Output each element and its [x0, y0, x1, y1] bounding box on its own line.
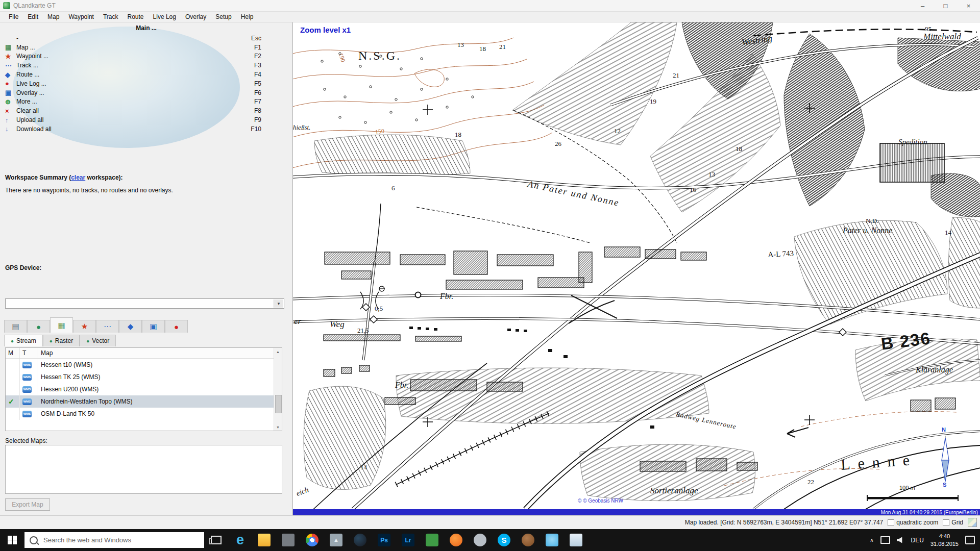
menu-item[interactable]: Help	[236, 12, 258, 21]
action-shortcut: Esc	[251, 35, 261, 42]
menu-bar: File Edit Map Waypoint Track Route Live …	[0, 12, 980, 22]
table-row[interactable]: WMS Hessen t10 (WMS)	[6, 359, 275, 371]
action-label: Route ...	[16, 71, 254, 78]
source-tab[interactable]: ● Vector	[80, 335, 116, 346]
app-icon-steam[interactable]	[348, 529, 372, 551]
scroll-up-icon[interactable]: ▲	[274, 348, 282, 355]
action-label: Overlay ...	[16, 89, 254, 96]
app-icon-photoshop[interactable]: Ps	[372, 529, 396, 551]
taskbar-search[interactable]	[24, 532, 204, 548]
scrollbar-thumb[interactable]	[275, 395, 282, 413]
menu-item[interactable]: File	[4, 12, 23, 21]
table-row[interactable]: WMS Hessen TK 25 (WMS)	[6, 371, 275, 383]
language-indicator[interactable]: DEU	[911, 537, 924, 544]
minimize-button[interactable]: –	[911, 0, 934, 11]
tab-globe-icon[interactable]: ●	[27, 320, 50, 333]
sidebar-action[interactable]: ⋯ Track ... F3	[0, 61, 280, 70]
app-icon-edge[interactable]: e	[228, 529, 252, 551]
tab-map-icon[interactable]: ▦	[50, 317, 73, 333]
globe-icon: ●	[86, 338, 89, 344]
app-icon-lightroom[interactable]: Lr	[396, 529, 420, 551]
chevron-down-icon[interactable]: ▾	[274, 299, 283, 308]
source-tab[interactable]: ● Stream	[4, 335, 43, 346]
task-view-button[interactable]	[204, 529, 228, 551]
tab-overlay-icon[interactable]: ▣	[142, 320, 165, 333]
notification-center-icon[interactable]	[965, 536, 975, 544]
menu-item[interactable]: Overlay	[181, 12, 211, 21]
volume-icon[interactable]	[897, 537, 904, 543]
search-input[interactable]	[42, 536, 192, 544]
spot-height-label: 14	[360, 463, 367, 471]
tab-livelog-icon[interactable]: ●	[165, 320, 188, 333]
app-icon-brown-app[interactable]	[516, 529, 540, 551]
menu-item[interactable]: Track	[99, 12, 123, 21]
app-icon-photos[interactable]: ▲	[324, 529, 348, 551]
sidebar-action[interactable]: ↑ Upload all F9	[0, 115, 280, 124]
action-label: Live Log ...	[16, 80, 254, 87]
app-icon-store[interactable]	[276, 529, 300, 551]
table-row[interactable]: WMS OSM D-Land TK 50	[6, 408, 275, 420]
taskbar-clock[interactable]: 4:40 31.08.2015	[930, 533, 959, 547]
app-icon-file-explorer[interactable]	[252, 529, 276, 551]
app-icon-audio-app[interactable]	[444, 529, 468, 551]
action-icon: ▦	[5, 43, 16, 51]
gps-device-select[interactable]: ▾	[5, 298, 284, 309]
sidebar-action[interactable]: - Esc	[0, 34, 280, 43]
tray-chevron-icon[interactable]: ∧	[870, 537, 873, 543]
sidebar-action[interactable]: ▦ Map ... F1	[0, 43, 280, 52]
tab-waypoint-icon[interactable]: ★	[73, 320, 96, 333]
spot-height-label: 21	[499, 43, 506, 51]
menu-item[interactable]: Waypoint	[64, 12, 99, 21]
action-shortcut: F4	[254, 71, 261, 78]
menu-item[interactable]: Edit	[23, 12, 43, 21]
map-label-pater-u-nonne: Pater u. Nonne	[843, 226, 892, 235]
app-icon-green-app[interactable]	[420, 529, 444, 551]
action-shortcut: F2	[254, 53, 261, 60]
table-row-selected[interactable]: ✓ WMS Nordrhein-Westfalen Topo (WMS)	[6, 395, 275, 408]
menu-item[interactable]: Live Log	[149, 12, 181, 21]
table-scrollbar[interactable]: ▲ ▼	[274, 348, 282, 431]
network-icon[interactable]	[880, 536, 890, 544]
quadratic-zoom-checkbox[interactable]	[888, 519, 894, 526]
clear-workspace-link[interactable]: clear	[71, 174, 85, 181]
tab-all-icon[interactable]: ▤	[4, 320, 27, 333]
sidebar-action[interactable]: ↓ Download all F10	[0, 124, 280, 134]
menu-item[interactable]: Setup	[211, 12, 236, 21]
map-label-contour-150: 150	[375, 127, 385, 136]
sidebar-action[interactable]: × Clear all F8	[0, 106, 280, 115]
clock-date: 31.08.2015	[930, 540, 959, 547]
action-shortcut: F8	[254, 107, 261, 114]
tab-track-icon[interactable]: ⋯	[96, 320, 119, 333]
table-row[interactable]: WMS Hessen U200 (WMS)	[6, 383, 275, 395]
scroll-down-icon[interactable]: ▼	[274, 423, 282, 431]
tab-route-icon[interactable]: ◆	[119, 320, 142, 333]
sidebar-action[interactable]: ◆ Route ... F4	[0, 70, 280, 79]
app-icon-light-app[interactable]	[564, 529, 588, 551]
app-icon-skype[interactable]: S	[492, 529, 516, 551]
spot-height-label: 13	[457, 41, 464, 49]
map-source-table: M T Map WMS Hessen t10 (WMS) WMS Hessen …	[5, 347, 282, 431]
app-icon-blue-bird-app[interactable]	[540, 529, 564, 551]
map-view[interactable]: Zoom level x1 N.S.G. Westring Mittelwald…	[292, 22, 980, 515]
export-map-button[interactable]: Export Map	[5, 498, 50, 511]
close-button[interactable]: ×	[957, 0, 980, 11]
source-tab-bar: ● Stream ● Raster ● Vector	[4, 335, 116, 346]
start-button[interactable]	[0, 529, 24, 551]
app-icon-gray-app[interactable]	[468, 529, 492, 551]
selected-maps-box[interactable]	[5, 445, 282, 494]
sidebar-action[interactable]: ● Live Log ... F5	[0, 79, 280, 88]
maximize-button[interactable]: □	[934, 0, 957, 11]
grid-checkbox[interactable]	[943, 519, 949, 526]
spot-height-label: 22	[807, 478, 814, 486]
sidebar-action[interactable]: ⊕ More ... F7	[0, 97, 280, 107]
action-shortcut: F10	[251, 126, 261, 133]
menu-item[interactable]: Map	[43, 12, 64, 21]
source-tab[interactable]: ● Raster	[43, 335, 80, 346]
map-thumbnail-icon[interactable]	[968, 518, 977, 527]
app-icon-chrome[interactable]	[300, 529, 324, 551]
sidebar-action[interactable]: ★ Waypoint ... F2	[0, 52, 280, 61]
sidebar-action[interactable]: ▣ Overlay ... F6	[0, 88, 280, 97]
menu-item[interactable]: Route	[123, 12, 149, 21]
action-icon: ⊕	[5, 98, 16, 106]
action-label: Track ...	[16, 62, 254, 69]
